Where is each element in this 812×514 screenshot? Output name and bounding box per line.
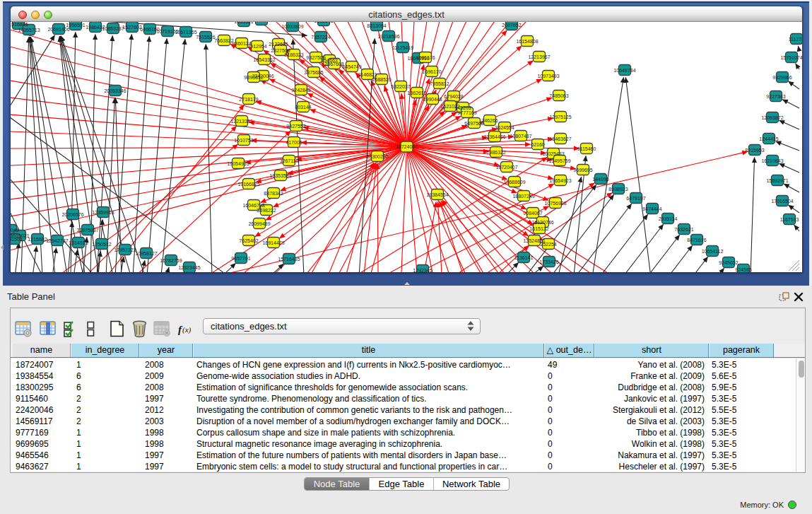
svg-text:144095: 144095 xyxy=(592,177,608,182)
svg-text:10756928: 10756928 xyxy=(544,201,566,206)
svg-text:18724007: 18724007 xyxy=(396,144,418,149)
svg-text:12942737: 12942737 xyxy=(46,238,68,243)
svg-text:10688609: 10688609 xyxy=(503,180,525,185)
svg-text:18463627: 18463627 xyxy=(549,136,571,141)
svg-text:9245652: 9245652 xyxy=(719,260,738,265)
svg-text:16120746: 16120746 xyxy=(531,220,553,225)
svg-text:8186323: 8186323 xyxy=(284,52,303,57)
svg-text:10025433: 10025433 xyxy=(542,151,564,156)
svg-text:12975125: 12975125 xyxy=(549,115,571,119)
svg-text:17016504: 17016504 xyxy=(771,199,793,204)
svg-text:21364436: 21364436 xyxy=(483,134,505,139)
svg-text:1527602: 1527602 xyxy=(122,25,141,30)
svg-text:10033809: 10033809 xyxy=(281,24,303,29)
svg-text:2718179: 2718179 xyxy=(239,97,258,102)
svg-text:9427552: 9427552 xyxy=(286,124,305,129)
svg-text:9699695: 9699695 xyxy=(573,168,592,173)
svg-text:924565: 924565 xyxy=(735,267,751,272)
svg-text:2106538: 2106538 xyxy=(252,22,271,23)
svg-text:9329966: 9329966 xyxy=(772,75,792,80)
svg-text:1244415: 1244415 xyxy=(759,136,778,141)
svg-text:20206576: 20206576 xyxy=(61,212,83,217)
svg-text:7986322: 7986322 xyxy=(486,150,505,155)
svg-text:15720407: 15720407 xyxy=(495,165,517,170)
svg-text:10973493: 10973493 xyxy=(537,74,559,78)
svg-text:9777169: 9777169 xyxy=(457,110,476,115)
svg-text:17957223: 17957223 xyxy=(114,247,136,252)
svg-text:10648784: 10648784 xyxy=(613,68,635,73)
svg-text:19054933: 19054933 xyxy=(227,161,249,166)
svg-text:16543362: 16543362 xyxy=(253,57,275,62)
svg-text:16782759: 16782759 xyxy=(160,258,182,263)
svg-text:19384554: 19384554 xyxy=(426,192,448,197)
svg-text:62160: 62160 xyxy=(531,142,545,147)
svg-text:111278: 111278 xyxy=(789,37,802,42)
svg-text:8454749: 8454749 xyxy=(342,64,361,69)
svg-text:515045: 515045 xyxy=(11,228,19,233)
svg-text:16154808: 16154808 xyxy=(516,39,538,44)
svg-text:6794028: 6794028 xyxy=(444,94,463,99)
svg-text:9242848: 9242848 xyxy=(291,88,310,93)
svg-text:1615548: 1615548 xyxy=(314,22,333,23)
svg-text:1063521: 1063521 xyxy=(234,22,253,24)
svg-text:1314513: 1314513 xyxy=(69,240,88,245)
svg-text:10654112: 10654112 xyxy=(702,249,724,254)
svg-text:7515526: 7515526 xyxy=(196,35,215,40)
svg-text:8990448: 8990448 xyxy=(423,97,442,102)
svg-text:1292345: 1292345 xyxy=(413,268,432,273)
svg-text:3498222: 3498222 xyxy=(257,208,276,213)
svg-text:3267110: 3267110 xyxy=(280,158,299,163)
svg-text:26099489: 26099489 xyxy=(248,221,270,226)
svg-text:13353594: 13353594 xyxy=(269,173,291,178)
svg-text:(x): (x) xyxy=(182,325,192,334)
svg-text:15751074: 15751074 xyxy=(780,55,802,60)
svg-text:1167533: 1167533 xyxy=(780,217,799,222)
svg-text:1696170: 1696170 xyxy=(422,69,441,74)
svg-text:1916845: 1916845 xyxy=(11,22,28,27)
svg-text:1615132: 1615132 xyxy=(529,226,548,231)
svg-text:20053346: 20053346 xyxy=(104,88,126,93)
svg-text:7663822: 7663822 xyxy=(214,38,233,43)
svg-text:7625402: 7625402 xyxy=(239,238,258,243)
svg-text:19654923: 19654923 xyxy=(549,178,571,183)
svg-text:12213382: 12213382 xyxy=(230,119,252,124)
svg-text:19166825: 19166825 xyxy=(237,182,259,187)
svg-text:7485063: 7485063 xyxy=(549,93,568,98)
svg-text:19218596: 19218596 xyxy=(377,34,399,39)
svg-text:12923445: 12923445 xyxy=(178,265,200,270)
svg-text:14055713: 14055713 xyxy=(18,28,40,33)
svg-text:32975887: 32975887 xyxy=(76,228,98,233)
svg-text:18300295: 18300295 xyxy=(366,154,388,159)
svg-text:145203: 145203 xyxy=(454,105,471,110)
svg-text:12213967: 12213967 xyxy=(528,54,550,59)
svg-text:10853287: 10853287 xyxy=(102,26,124,31)
svg-text:15716485: 15716485 xyxy=(278,257,300,262)
svg-text:8813094: 8813094 xyxy=(367,23,386,28)
svg-text:9115460: 9115460 xyxy=(577,146,596,151)
svg-text:1136141: 1136141 xyxy=(514,255,534,260)
svg-text:1588520: 1588520 xyxy=(372,77,391,82)
svg-text:7357224: 7357224 xyxy=(311,35,330,40)
svg-text:3624554: 3624554 xyxy=(495,125,514,130)
svg-text:8471676: 8471676 xyxy=(687,238,706,243)
svg-text:1096176: 1096176 xyxy=(416,55,435,60)
svg-text:9474444: 9474444 xyxy=(642,206,661,211)
svg-text:417006: 417006 xyxy=(286,140,302,145)
svg-text:11125419: 11125419 xyxy=(392,45,413,50)
svg-text:16914479: 16914479 xyxy=(262,240,284,245)
svg-text:10958127: 10958127 xyxy=(135,251,157,256)
svg-text:8938923: 8938923 xyxy=(608,187,628,192)
svg-text:7955812: 7955812 xyxy=(430,81,449,86)
svg-text:10671355: 10671355 xyxy=(175,30,196,35)
svg-text:18807249: 18807249 xyxy=(512,194,534,199)
svg-text:391502: 391502 xyxy=(11,237,23,242)
svg-text:252254: 252254 xyxy=(540,242,556,247)
svg-text:9084067: 9084067 xyxy=(523,211,542,216)
svg-text:12093872: 12093872 xyxy=(761,115,783,120)
svg-text:16210643: 16210643 xyxy=(761,158,783,163)
svg-text:2367608: 2367608 xyxy=(324,62,343,66)
svg-text:2087652: 2087652 xyxy=(502,23,521,28)
svg-text:3875685: 3875685 xyxy=(304,70,323,75)
svg-text:6479197: 6479197 xyxy=(626,196,645,201)
svg-text:5322037: 5322037 xyxy=(391,84,410,89)
